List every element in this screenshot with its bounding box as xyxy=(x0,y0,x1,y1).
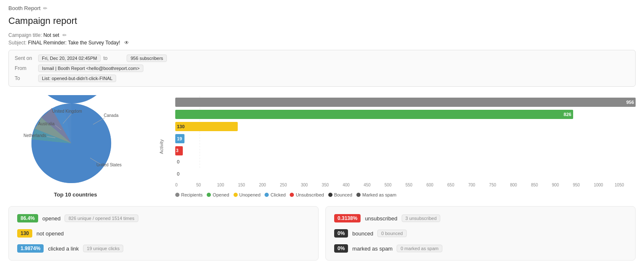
bar-value-opened: 826 xyxy=(564,112,573,117)
eye-icon[interactable]: 👁 xyxy=(124,40,129,46)
campaign-title-value: Not set xyxy=(43,32,59,38)
stat-label-opened: opened xyxy=(42,215,60,222)
stat-badge-opened: 86.4% xyxy=(17,214,38,222)
legend-dot-unopened xyxy=(234,193,238,197)
stat-badge-spam: 0% xyxy=(334,244,348,253)
legend-label-spam: Marked as spam xyxy=(362,192,396,197)
bar-value-spam: 0 xyxy=(177,171,179,176)
bar-clicked: 19 xyxy=(175,134,636,143)
page-title: Campaign report xyxy=(8,16,636,26)
legend-label-recipients: Recipients xyxy=(181,192,203,197)
bar-value-unsubscribed: 3 xyxy=(176,148,179,153)
x-tick-200: 200 xyxy=(259,183,280,187)
bar-bounced: 0 xyxy=(175,158,636,168)
app-header: Booth Report ✏ xyxy=(8,5,636,11)
x-tick-550: 550 xyxy=(405,183,426,187)
x-tick-150: 150 xyxy=(238,183,259,187)
stat-label-bounced: bounced xyxy=(352,230,373,237)
x-tick-900: 900 xyxy=(552,183,573,187)
bar-value-clicked: 19 xyxy=(177,136,182,141)
bar-recipients: 956 xyxy=(175,98,636,107)
legend-dot-recipients xyxy=(175,193,179,197)
to-label: to xyxy=(103,55,124,61)
stat-sub-spam: 0 marked as spam xyxy=(397,245,442,252)
legend-recipients: Recipients xyxy=(175,192,203,197)
legend-label-clicked: Clicked xyxy=(270,192,286,197)
legend-label-opened: Opened xyxy=(213,192,229,197)
legend-dot-unsubscribed xyxy=(290,193,294,197)
x-tick-450: 450 xyxy=(364,183,384,187)
x-tick-850: 850 xyxy=(531,183,552,187)
legend-label-unopened: Unopened xyxy=(239,192,261,197)
x-tick-650: 650 xyxy=(447,183,468,187)
bar-fill-clicked: 19 xyxy=(175,134,184,143)
stat-badge-unsubscribed: 0.3138% xyxy=(334,214,361,222)
svg-text:United States: United States xyxy=(96,163,122,167)
stat-label-not-opened: not opened xyxy=(36,230,64,237)
from-row: From Ismail | Booth Report <hello@boothr… xyxy=(15,65,629,72)
legend: Recipients Opened Unopened Clicked xyxy=(175,192,636,197)
subject-row: Subject: FINAL Reminder: Take the Survey… xyxy=(8,40,636,46)
stat-opened: 86.4% opened 826 unique / opened 1514 ti… xyxy=(17,214,310,222)
stat-label-clicked: clicked a link xyxy=(48,246,79,252)
stat-spam: 0% marked as spam 0 marked as spam xyxy=(334,244,627,253)
bar-chart-inner: 956 826 xyxy=(175,96,636,187)
stat-label-spam: marked as spam xyxy=(352,246,392,252)
legend-opened: Opened xyxy=(207,192,229,197)
from-value: Ismail | Booth Report <hello@boothreport… xyxy=(38,65,143,72)
bar-spam: 0 xyxy=(175,171,636,180)
legend-unsubscribed: Unsubscribed xyxy=(290,192,324,197)
bar-fill-recipients: 956 xyxy=(175,98,636,107)
app-title: Booth Report xyxy=(8,5,41,11)
subject-value: FINAL Reminder: Take the Survey Today! xyxy=(28,40,120,46)
stats-section: 86.4% opened 826 unique / opened 1514 ti… xyxy=(8,206,636,261)
legend-label-unsubscribed: Unsubscribed xyxy=(296,192,324,197)
stat-sub-bounced: 0 bounced xyxy=(377,230,406,237)
pie-section: Canada United Kingdom Australia Netherla… xyxy=(8,95,143,198)
legend-bounced: Bounced xyxy=(328,192,352,197)
to2-value: List: opened-but-didn't-click-FINAL xyxy=(38,75,116,82)
pie-chart: Canada United Kingdom Australia Netherla… xyxy=(21,95,130,187)
bar-fill-unsubscribed: 3 xyxy=(175,146,183,155)
stat-badge-bounced: 0% xyxy=(334,229,348,238)
bar-value-unopened: 130 xyxy=(177,124,184,129)
x-tick-1000: 1000 xyxy=(594,183,615,187)
stats-card-right: 0.3138% unsubscribed 3 unsubscribed 0% b… xyxy=(325,206,636,261)
x-tick-350: 350 xyxy=(322,183,343,187)
bar-chart-container: Activity 956 xyxy=(151,96,636,197)
stat-unsubscribed: 0.3138% unsubscribed 3 unsubscribed xyxy=(334,214,627,222)
x-tick-0: 0 xyxy=(175,183,196,187)
charts-section: Canada United Kingdom Australia Netherla… xyxy=(8,95,636,198)
bar-value-bounced: 0 xyxy=(177,159,179,164)
x-tick-500: 500 xyxy=(384,183,405,187)
legend-dot-bounced xyxy=(328,193,332,197)
bar-fill-opened: 826 xyxy=(175,110,573,119)
info-box: Sent on Fri, Dec 20, 2024 02:45PM to 956… xyxy=(8,50,636,87)
stat-label-unsubscribed: unsubscribed xyxy=(365,215,397,222)
stat-badge-clicked: 1.9874% xyxy=(17,244,44,253)
x-tick-400: 400 xyxy=(343,183,364,187)
subscribers-badge: 956 subscribers xyxy=(127,54,167,62)
stats-card-left: 86.4% opened 826 unique / opened 1514 ti… xyxy=(8,206,319,261)
legend-dot-clicked xyxy=(265,193,269,197)
pencil-icon-meta[interactable]: ✏ xyxy=(62,32,67,38)
pencil-icon[interactable]: ✏ xyxy=(43,5,47,11)
svg-text:Canada: Canada xyxy=(104,113,118,118)
legend-spam: Marked as spam xyxy=(356,192,396,197)
campaign-title-row: Campaign title: Not set ✏ xyxy=(8,32,636,38)
sent-on-label: Sent on xyxy=(15,55,36,61)
page: Booth Report ✏ Campaign report Campaign … xyxy=(0,0,644,274)
bar-opened: 826 xyxy=(175,110,636,119)
x-tick-1050: 1050 xyxy=(615,183,636,187)
bar-fill-unopened: 130 xyxy=(175,122,238,131)
stat-sub-opened: 826 unique / opened 1514 times xyxy=(65,215,138,222)
x-axis: 0 50 100 150 200 250 300 350 400 450 500… xyxy=(175,183,636,187)
x-tick-800: 800 xyxy=(510,183,531,187)
to-row: To List: opened-but-didn't-click-FINAL xyxy=(15,75,629,82)
x-tick-50: 50 xyxy=(196,183,217,187)
legend-clicked: Clicked xyxy=(265,192,286,197)
x-tick-600: 600 xyxy=(426,183,447,187)
bar-section: Activity 956 xyxy=(151,95,636,198)
svg-text:Netherlands: Netherlands xyxy=(23,133,46,138)
bars-wrapper: 956 826 xyxy=(175,96,636,180)
